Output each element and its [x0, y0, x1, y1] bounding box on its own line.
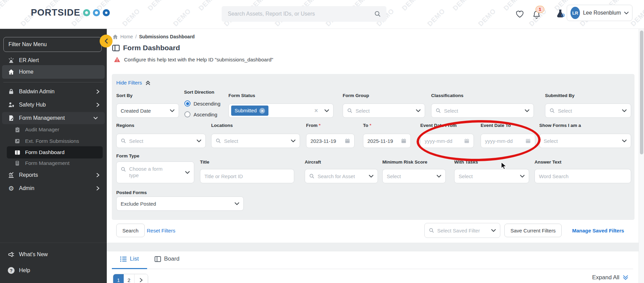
sidebar-item-label: Audit Manager: [25, 127, 59, 133]
notification-badge[interactable]: 1: [536, 6, 544, 13]
user-menu[interactable]: LR Lee Rosenblum: [567, 5, 632, 21]
search-icon: [429, 228, 434, 233]
answer-text-field[interactable]: [539, 173, 627, 179]
calendar-icon[interactable]: [464, 138, 469, 144]
event-date-from-field[interactable]: [425, 138, 461, 144]
event-date-to-field[interactable]: [485, 138, 522, 144]
logo[interactable]: PORTSIDE: [31, 7, 110, 18]
reset-filters-link[interactable]: Reset Filters: [147, 228, 175, 233]
radio-ascending[interactable]: [184, 111, 190, 117]
breadcrumb-home-link[interactable]: Home: [120, 34, 133, 39]
form-group-placeholder: Select: [356, 108, 370, 114]
show-forms-placeholder: Select: [544, 138, 558, 144]
locations-select[interactable]: Select: [211, 134, 300, 148]
chevron-down-icon: [622, 139, 627, 143]
sidebar-item-label: Form Dashboard: [25, 149, 64, 155]
lab-settings-flask-icon[interactable]: ⚙: [555, 9, 565, 19]
calendar-icon[interactable]: [525, 138, 531, 144]
filters-panel: Hide Filters Sort By Created Date Sort D…: [112, 74, 635, 220]
to-date-field[interactable]: [367, 138, 398, 144]
global-search-input[interactable]: [227, 11, 374, 17]
sidebar-item-baldwin-admin[interactable]: Baldwin Admin: [0, 86, 107, 98]
with-tasks-select[interactable]: Select: [454, 169, 529, 183]
submitted-by-label: Submitted By: [545, 93, 575, 98]
remove-chip-icon[interactable]: ×: [259, 108, 265, 114]
regions-select[interactable]: Select: [116, 134, 206, 148]
aircraft-select[interactable]: Search for Asset: [305, 169, 378, 183]
sidebar-item-er-alert[interactable]: ER Alert: [0, 54, 107, 67]
required-mark: *: [369, 123, 371, 128]
save-current-filters-button[interactable]: Save Current Filters: [504, 224, 562, 237]
sidebar-item-label: What's New: [19, 251, 48, 258]
to-date-label: To *: [363, 123, 371, 128]
from-date-input[interactable]: [306, 134, 355, 148]
sidebar-item-reports[interactable]: Reports: [0, 169, 107, 181]
classifications-label: Classifications: [431, 93, 463, 98]
next-page-button[interactable]: [134, 274, 148, 283]
page-button-2[interactable]: 2: [124, 274, 134, 283]
sidebar-item-form-management-sub[interactable]: Form Management: [0, 158, 107, 169]
submitted-by-select[interactable]: Select: [545, 103, 631, 118]
active-tab-underline: [112, 268, 147, 269]
title-input[interactable]: [200, 169, 294, 183]
page-button-1[interactable]: 1: [113, 274, 124, 283]
radio-descending[interactable]: [184, 100, 190, 107]
event-date-from-input[interactable]: [420, 134, 474, 148]
tab-board[interactable]: Board: [155, 256, 179, 262]
sidebar-item-home[interactable]: Home: [2, 65, 105, 79]
global-search[interactable]: [222, 6, 386, 22]
sidebar-item-label: Admin: [19, 185, 34, 191]
title-field[interactable]: [204, 173, 290, 179]
logo-text: PORTSIDE: [31, 7, 80, 18]
answer-text-input[interactable]: [535, 169, 631, 183]
app-header: DEMODEMODEMODEMODEMODEMODEMODEMODEMODEMO…: [0, 0, 644, 29]
clear-icon[interactable]: ×: [314, 108, 318, 114]
event-date-to-input[interactable]: [481, 134, 535, 148]
sidebar-item-form-dashboard[interactable]: Form Dashboard: [7, 146, 103, 158]
chevron-right-icon: [96, 173, 100, 177]
vertical-scrollbar: [639, 29, 644, 283]
sidebar-item-audit-manager[interactable]: Audit Manager: [0, 124, 107, 135]
regions-label: Regions: [116, 123, 134, 128]
saved-filter-select[interactable]: Select Saved Filter: [424, 223, 500, 238]
expand-all-button[interactable]: Expand All: [592, 274, 628, 281]
sort-by-select[interactable]: Created Date: [116, 103, 179, 118]
sidebar-item-ext-form-submissions[interactable]: Ext. Form Submissions: [0, 136, 107, 147]
show-forms-select[interactable]: Select: [539, 134, 631, 148]
search-button[interactable]: Search: [116, 224, 145, 237]
form-status-multiselect[interactable]: Submitted × ×: [228, 103, 334, 118]
form-status-chip-label: Submitted: [235, 108, 257, 113]
hide-filters-label[interactable]: Hide Filters: [116, 80, 142, 86]
sort-direction-ascending-option[interactable]: Ascending: [184, 111, 217, 117]
sidebar-collapse-button[interactable]: [100, 35, 113, 48]
favorites-heart-icon[interactable]: [516, 10, 524, 18]
from-date-field[interactable]: [310, 138, 342, 144]
scrollbar-thumb[interactable]: [640, 31, 643, 154]
sort-by-value: Created Date: [121, 108, 151, 114]
calendar-icon[interactable]: [345, 138, 350, 144]
sidebar-item-safety-hub[interactable]: Safety Hub: [0, 99, 107, 111]
form-group-select[interactable]: Select: [343, 103, 425, 118]
form-status-chip[interactable]: Submitted ×: [231, 106, 268, 116]
form-type-select[interactable]: Choose a form type: [116, 162, 194, 183]
from-date-label: From *: [306, 123, 321, 128]
chevron-down-icon: [93, 116, 98, 120]
radio-ascending-label: Ascending: [194, 112, 217, 117]
sidebar-item-whats-new[interactable]: What's New: [0, 248, 107, 261]
sort-direction-descending-option[interactable]: Descending: [184, 100, 220, 107]
hide-filters-link[interactable]: Hide Filters: [116, 80, 150, 86]
manage-saved-filters-link[interactable]: Manage Saved Filters: [572, 228, 624, 233]
home-icon[interactable]: [113, 34, 118, 39]
sidebar-item-help[interactable]: ? Help: [0, 264, 107, 277]
calendar-icon[interactable]: [401, 138, 406, 144]
sidebar-item-admin[interactable]: ⚙ Admin: [0, 182, 107, 194]
nav-filter-input[interactable]: [3, 37, 102, 52]
posted-forms-select[interactable]: Exclude Posted: [116, 196, 244, 211]
posted-forms-label: Posted Forms: [116, 190, 147, 195]
tab-list[interactable]: List: [120, 256, 139, 262]
to-date-input[interactable]: [363, 134, 411, 148]
classifications-select[interactable]: Select: [431, 103, 534, 118]
minimum-risk-score-select[interactable]: Select: [382, 169, 446, 183]
sidebar-item-form-management[interactable]: Form Management: [2, 112, 105, 124]
search-icon[interactable]: [374, 11, 381, 17]
